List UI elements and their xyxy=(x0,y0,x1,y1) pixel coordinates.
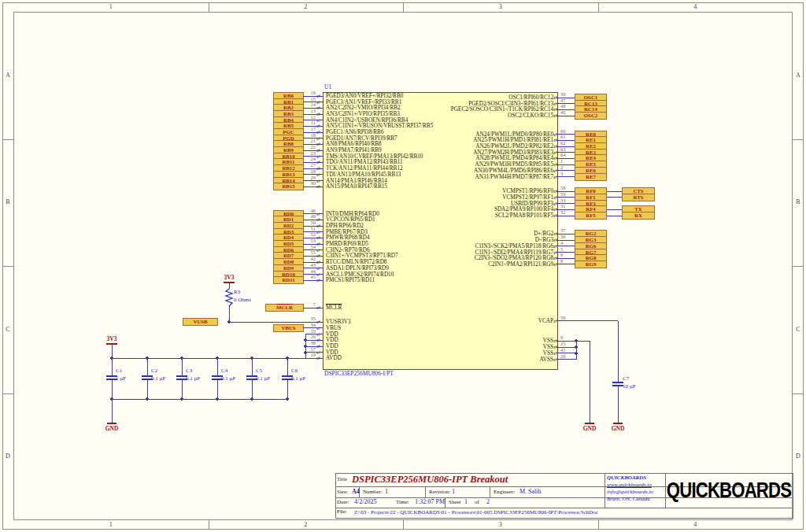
pin-number: 43 xyxy=(299,262,316,268)
engineer-value: M. Salih xyxy=(519,488,542,496)
pin-number: 22 xyxy=(299,144,316,150)
port-RTS[interactable]: RTS xyxy=(622,194,655,201)
pin-number: 5 xyxy=(560,246,576,252)
pin-name: PMCS1/RPI75/RD11 xyxy=(326,277,375,283)
pin-direction-icon: ⇄ xyxy=(316,178,320,183)
pin-direction-icon: ⇄ xyxy=(553,212,557,218)
capacitor-value[interactable]: 1 µF xyxy=(116,375,126,382)
pin-number: 9 xyxy=(560,334,576,340)
pin-number: 47 xyxy=(560,98,576,103)
pin-direction-icon: ⇄ xyxy=(316,259,320,264)
pin-number: 3 xyxy=(560,171,576,176)
pin-direction-icon: ⇄ xyxy=(553,194,557,200)
zone-tick xyxy=(209,520,209,530)
capacitor-ref[interactable]: C6 xyxy=(291,368,298,374)
pin-number: 41 xyxy=(560,347,576,353)
port-vusb[interactable]: VUSB xyxy=(183,318,218,326)
pin-number: 25 xyxy=(560,341,576,346)
number-value: 1 xyxy=(385,488,388,496)
pin-direction-icon: ⇄ xyxy=(553,174,557,179)
pin-direction-icon: ⇄ xyxy=(316,153,320,159)
pin-direction-icon: ⇄ xyxy=(553,357,557,362)
resistor-ref[interactable]: R3 xyxy=(234,289,240,295)
pin-name: AVSS xyxy=(349,357,553,363)
capacitor-ref[interactable]: C7 xyxy=(623,375,629,382)
pin-direction-icon: ⇄ xyxy=(553,255,557,260)
capacitor-ref[interactable]: C4 xyxy=(221,368,227,374)
pin-number: 37 xyxy=(560,227,576,233)
pin-direction-icon: ⇄ xyxy=(553,101,557,106)
zone-column-label: 1 xyxy=(105,520,117,530)
port-MCLR[interactable]: MCLR xyxy=(265,304,304,312)
pin-number: 12 xyxy=(299,114,316,120)
capacitor-value[interactable]: 0.1 µF xyxy=(186,375,200,382)
net-wire[interactable] xyxy=(607,216,622,216)
zone-tick xyxy=(793,139,804,140)
net-wire[interactable] xyxy=(556,320,618,321)
pin-direction-icon: ⇄ xyxy=(553,261,557,267)
net-wire[interactable] xyxy=(607,209,622,210)
net-wire[interactable] xyxy=(607,191,622,192)
capacitor-ref[interactable]: C5 xyxy=(256,368,262,374)
power-port-gnd[interactable]: GND xyxy=(608,426,627,432)
date-value: 4/2/2025 xyxy=(354,498,376,506)
pin-number: 57 xyxy=(299,346,316,352)
pin-direction-icon: ⇄ xyxy=(553,131,557,137)
net-wire[interactable] xyxy=(556,359,576,360)
zone-row-label: B xyxy=(2,198,13,207)
power-port-gnd[interactable]: GND xyxy=(580,426,599,432)
power-port-gnd[interactable]: GND xyxy=(102,426,121,432)
pin-direction-icon: ⇄ xyxy=(316,355,320,360)
pin-direction-icon: ⇄ xyxy=(553,106,557,112)
port-OSC2[interactable]: OSC2 xyxy=(575,112,607,120)
net-wire[interactable] xyxy=(556,116,575,116)
capacitor-value[interactable]: 0.1 µF xyxy=(151,375,165,382)
pin-direction-icon: ⇄ xyxy=(553,318,557,323)
zone-tick xyxy=(2,139,13,140)
capacitor-ref[interactable]: C1 xyxy=(116,368,122,374)
pin-number: 61 xyxy=(560,134,576,139)
net-wire[interactable] xyxy=(556,264,575,264)
resistor-value[interactable]: 0 Ohms xyxy=(234,297,251,303)
power-port-3v3[interactable]: 3V3 xyxy=(102,336,121,342)
pin-direction-icon: ⇄ xyxy=(316,349,320,355)
net-wire[interactable] xyxy=(556,216,575,216)
zone-row-label: D xyxy=(793,452,804,461)
zone-column-label: 3 xyxy=(494,520,507,530)
capacitor-value[interactable]: 0.1 µF xyxy=(291,375,305,382)
pin-number: 2 xyxy=(560,164,576,170)
port-RX[interactable]: RX xyxy=(622,212,655,220)
pin-direction-icon: ⇄ xyxy=(316,93,320,98)
pin-direction-icon: ⇄ xyxy=(316,105,320,110)
pin-number: 17 xyxy=(299,126,316,131)
pin-number: 51 xyxy=(299,226,316,231)
zone-column-label: 2 xyxy=(299,2,312,12)
port-RE7[interactable]: RE7 xyxy=(575,173,607,181)
net-wire[interactable] xyxy=(607,197,622,198)
port-RF5[interactable]: RF5 xyxy=(575,212,607,220)
power-port-3v3[interactable]: 3V3 xyxy=(220,275,238,281)
pin-number: 27 xyxy=(299,162,316,168)
pin-number: 45 xyxy=(299,274,316,279)
zone-tick xyxy=(598,2,599,12)
title-label: Title xyxy=(337,476,347,483)
company-url[interactable]: www.quickboards.io xyxy=(607,482,653,489)
pin-direction-icon: ⇄ xyxy=(553,350,557,356)
capacitor-ref[interactable]: C3 xyxy=(186,368,192,374)
pin-direction-icon: ⇄ xyxy=(316,272,320,277)
pin-direction-icon: ⇄ xyxy=(316,147,320,153)
capacitor-value[interactable]: 10 µF xyxy=(623,383,636,390)
of-label: of xyxy=(475,499,479,506)
pin-direction-icon: ⇄ xyxy=(316,331,320,337)
pin-number: 54 xyxy=(299,244,316,249)
port-RG9[interactable]: RG9 xyxy=(575,260,607,268)
capacitor-ref[interactable]: C2 xyxy=(151,368,157,374)
capacitor-value[interactable]: 0.1 µF xyxy=(221,375,235,382)
pin-name: VCAP xyxy=(349,318,553,324)
pin-number: 40 xyxy=(560,109,576,115)
net-wire[interactable] xyxy=(556,176,575,177)
pin-direction-icon: ⇄ xyxy=(316,235,320,240)
sheet-label: Sheet xyxy=(449,499,461,506)
pin-direction-icon: ⇄ xyxy=(316,337,320,342)
capacitor-value[interactable]: 0.1 µF xyxy=(256,375,270,382)
